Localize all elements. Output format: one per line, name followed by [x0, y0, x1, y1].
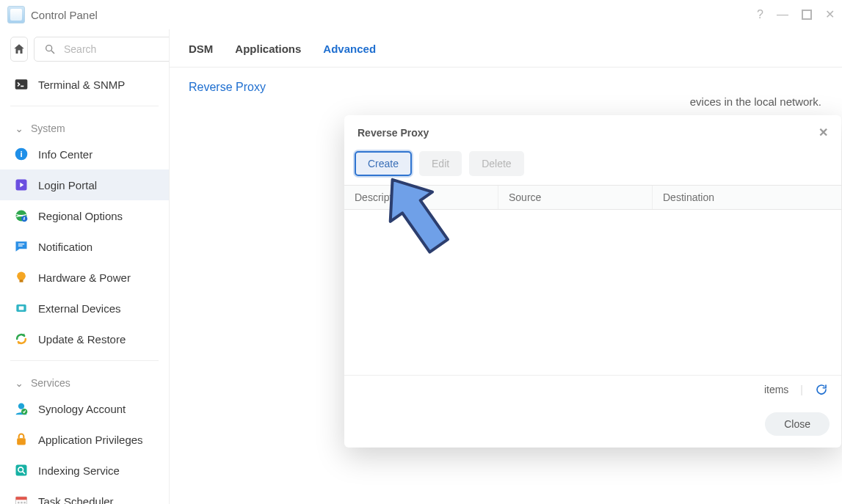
svg-point-1	[46, 45, 52, 51]
svg-point-9	[21, 216, 27, 222]
table-header: Description Source Destination	[344, 185, 841, 210]
globe-icon	[13, 208, 29, 224]
sidebar-item-terminal-snmp[interactable]: Terminal & SNMP	[0, 69, 169, 100]
search-field[interactable]	[34, 37, 169, 62]
search-icon	[42, 41, 58, 57]
sidebar-item-label: Notification	[38, 241, 92, 253]
sidebar-item-label: Info Center	[38, 148, 92, 161]
svg-rect-20	[16, 465, 27, 476]
sidebar-item-regional-options[interactable]: Regional Options	[0, 200, 169, 231]
sync-icon	[13, 331, 29, 347]
close-icon[interactable]: ✕	[825, 9, 835, 21]
svg-rect-19	[17, 438, 26, 445]
edit-button: Edit	[419, 151, 462, 176]
tab-applications[interactable]: Applications	[235, 43, 301, 58]
bulb-icon	[13, 269, 29, 285]
section-title: Reverse Proxy	[189, 81, 823, 94]
sidebar: Terminal & SNMP ⌃ System i Info Center L…	[0, 29, 169, 504]
reverse-proxy-modal: Reverse Proxy ✕ Create Edit Delete Descr…	[344, 115, 841, 448]
svg-rect-27	[23, 502, 26, 504]
sidebar-item-label: Login Portal	[38, 179, 97, 191]
svg-line-2	[51, 51, 54, 54]
modal-close-icon[interactable]: ✕	[819, 125, 828, 139]
sidebar-section-services[interactable]: ⌃ Services	[0, 367, 169, 393]
sidebar-item-label: Update & Restore	[38, 333, 126, 346]
col-source[interactable]: Source	[498, 186, 653, 209]
delete-button: Delete	[469, 151, 523, 176]
info-icon: i	[13, 146, 29, 162]
help-icon[interactable]: ?	[757, 9, 763, 21]
sidebar-item-application-privileges[interactable]: Application Privileges	[0, 424, 169, 455]
titlebar: Control Panel ? — ✕	[0, 0, 842, 29]
main-panel: DSM Applications Advanced Reverse Proxy …	[169, 29, 842, 504]
sidebar-divider	[10, 360, 159, 361]
window-title: Control Panel	[31, 9, 98, 21]
modal-actions: Close	[344, 403, 841, 448]
sidebar-item-login-portal[interactable]: Login Portal	[0, 169, 169, 200]
sidebar-item-update-restore[interactable]: Update & Restore	[0, 324, 169, 354]
tabs: DSM Applications Advanced	[170, 29, 842, 67]
col-destination[interactable]: Destination	[653, 186, 841, 209]
svg-rect-0	[802, 10, 811, 19]
sidebar-item-label: Synology Account	[38, 403, 126, 415]
chat-icon	[13, 238, 29, 255]
sidebar-item-task-scheduler[interactable]: Task Scheduler	[0, 486, 169, 504]
sidebar-item-label: Terminal & SNMP	[38, 78, 125, 91]
svg-rect-26	[21, 502, 23, 504]
svg-rect-3	[15, 79, 28, 89]
table-body-empty	[344, 210, 841, 375]
maximize-icon[interactable]	[802, 10, 812, 20]
close-button[interactable]: Close	[765, 412, 830, 436]
tab-advanced[interactable]: Advanced	[323, 43, 376, 58]
tab-dsm[interactable]: DSM	[189, 43, 213, 58]
usb-icon	[13, 300, 29, 316]
sidebar-item-info-center[interactable]: i Info Center	[0, 139, 169, 169]
modal-title: Reverse Proxy	[358, 127, 429, 139]
home-button[interactable]	[10, 37, 28, 62]
sidebar-item-indexing-service[interactable]: Indexing Service	[0, 455, 169, 486]
section-description-fragment: evices in the local network.	[690, 95, 821, 108]
minimize-icon[interactable]: —	[777, 9, 788, 21]
sidebar-item-hardware-power[interactable]: Hardware & Power	[0, 262, 169, 293]
lock-icon	[13, 431, 29, 448]
terminal-icon	[13, 76, 29, 92]
sidebar-divider	[10, 106, 159, 106]
chevron-up-icon: ⌃	[15, 123, 23, 134]
sidebar-item-notification[interactable]: Notification	[0, 231, 169, 262]
sidebar-item-external-devices[interactable]: External Devices	[0, 293, 169, 324]
search-doc-icon	[13, 462, 29, 478]
sidebar-item-label: Application Privileges	[38, 434, 143, 446]
items-count-label: items	[764, 384, 788, 395]
sidebar-item-label: External Devices	[38, 302, 121, 315]
app-icon	[7, 6, 25, 23]
titlebar-controls: ? — ✕	[757, 9, 835, 21]
sidebar-section-label: System	[31, 123, 65, 134]
modal-footer: items |	[344, 375, 841, 403]
account-icon	[13, 401, 29, 417]
sidebar-item-synology-account[interactable]: Synology Account	[0, 393, 169, 424]
svg-point-13	[17, 272, 26, 281]
sidebar-item-label: Regional Options	[38, 210, 123, 222]
svg-rect-25	[18, 502, 20, 504]
svg-text:i: i	[20, 149, 22, 158]
chevron-up-icon: ⌃	[15, 377, 23, 389]
body-area: Terminal & SNMP ⌃ System i Info Center L…	[0, 29, 842, 504]
sidebar-section-label: Services	[31, 377, 70, 389]
svg-point-17	[18, 403, 24, 409]
calendar-icon	[13, 493, 29, 504]
login-portal-icon	[13, 177, 29, 193]
refresh-icon[interactable]	[812, 383, 831, 396]
modal-toolbar: Create Edit Delete	[344, 147, 841, 185]
main-content: Reverse Proxy evices in the local networ…	[170, 67, 842, 114]
sidebar-item-label: Indexing Service	[38, 464, 120, 477]
svg-rect-14	[20, 280, 23, 282]
sidebar-section-system[interactable]: ⌃ System	[0, 112, 169, 139]
search-input[interactable]	[64, 43, 169, 55]
titlebar-left: Control Panel	[7, 6, 98, 23]
svg-rect-24	[16, 497, 27, 500]
sidebar-item-label: Hardware & Power	[38, 271, 131, 284]
svg-rect-16	[19, 307, 24, 310]
home-icon	[11, 41, 27, 57]
col-description[interactable]: Description	[344, 186, 498, 209]
create-button[interactable]: Create	[355, 151, 412, 176]
